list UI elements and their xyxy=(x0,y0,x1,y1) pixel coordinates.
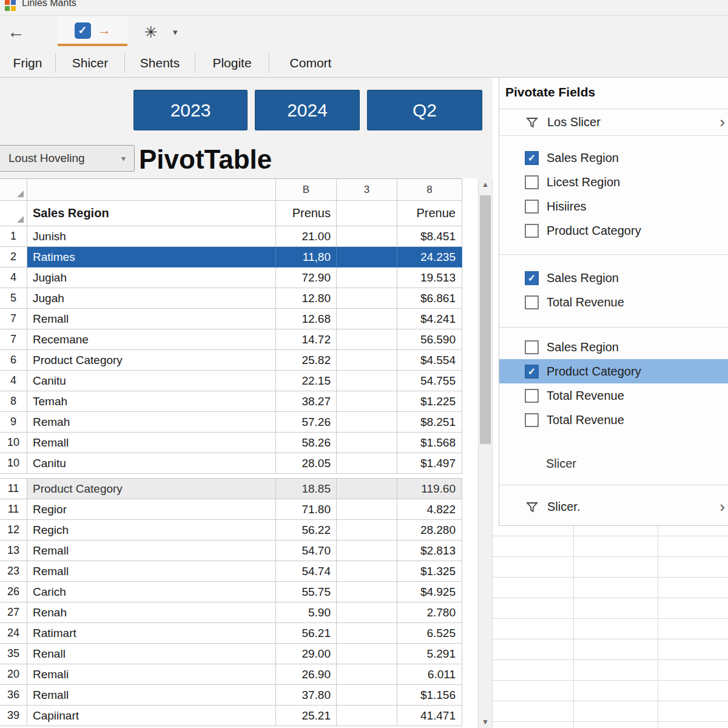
prenue-value-cell[interactable]: 6.525 xyxy=(397,623,462,644)
region-cell[interactable]: Remall xyxy=(27,309,276,329)
prenue-value-cell[interactable]: $1.156 xyxy=(397,685,462,706)
scroll-up-icon[interactable]: ▲ xyxy=(479,180,492,189)
table-row[interactable]: 10 Remall 58.26 $1.568 xyxy=(0,433,462,453)
region-cell[interactable]: Canitu xyxy=(27,371,276,391)
active-tool-button[interactable]: ✓ → xyxy=(58,17,127,46)
checkbox[interactable] xyxy=(525,224,539,238)
table-row[interactable]: 8 Temah 38.27 $1.225 xyxy=(0,391,462,412)
region-cell[interactable]: Recemane xyxy=(27,329,276,350)
prenus-value-cell[interactable]: 56.22 xyxy=(276,520,337,541)
prenus-value-cell[interactable]: 12.80 xyxy=(276,288,337,309)
region-cell[interactable]: Capiinart xyxy=(27,706,276,726)
prenus-value-cell[interactable]: 28.05 xyxy=(276,453,337,474)
row-number-cell[interactable]: 36 xyxy=(0,685,27,706)
empty-header-cell[interactable] xyxy=(337,201,397,226)
prenus-value-cell[interactable]: 58.26 xyxy=(276,433,337,453)
region-cell[interactable]: Regior xyxy=(27,499,276,520)
field-checkbox-item[interactable]: Product Category xyxy=(499,218,728,243)
prenus-value-cell[interactable]: 37.80 xyxy=(276,685,337,706)
prenue-value-cell[interactable]: 41.471 xyxy=(397,706,462,726)
prenue-header[interactable]: Prenue xyxy=(397,201,462,226)
menu-item-comort[interactable]: Comort xyxy=(269,53,352,73)
empty-cell[interactable] xyxy=(337,226,397,247)
row-number-cell[interactable]: 10 xyxy=(0,433,27,453)
slicer-button-q2[interactable]: Q2 xyxy=(367,90,482,130)
table-row[interactable]: 11 Product Category 18.85 119.60 xyxy=(0,479,462,499)
row-number-cell[interactable]: 11 xyxy=(0,479,27,499)
scrollbar-thumb[interactable] xyxy=(480,195,491,444)
checkbox[interactable]: ✓ xyxy=(525,365,539,379)
prenue-value-cell[interactable]: $8.251 xyxy=(397,412,462,433)
field-checkbox-item[interactable]: ✓ Sales Region xyxy=(499,146,728,170)
table-row[interactable]: 5 Jugah 12.80 $6.861 xyxy=(0,288,462,309)
menu-item-frign[interactable]: Frign xyxy=(0,53,56,73)
prenue-value-cell[interactable]: $2.813 xyxy=(397,541,462,561)
row-number-cell[interactable]: 12 xyxy=(0,520,27,541)
field-checkbox-item[interactable]: ✓ Sales Region xyxy=(499,266,728,290)
table-row[interactable]: 4 Jugiah 72.90 19.513 xyxy=(0,268,462,288)
prenue-value-cell[interactable]: $1.325 xyxy=(397,561,462,582)
prenus-value-cell[interactable]: 11,80 xyxy=(276,247,337,268)
prenus-value-cell[interactable]: 56.21 xyxy=(276,623,337,644)
row-number-cell[interactable]: 11 xyxy=(0,499,27,520)
prenus-value-cell[interactable]: 72.90 xyxy=(276,268,337,288)
prenus-value-cell[interactable]: 5.90 xyxy=(276,602,337,623)
empty-cell[interactable] xyxy=(337,664,397,685)
table-row[interactable]: 36 Remall 37.80 $1.156 xyxy=(0,685,462,706)
table-row[interactable]: 26 Carich 55.75 $4.925 xyxy=(0,582,462,602)
row-number-cell[interactable]: 4 xyxy=(0,268,27,288)
prenus-value-cell[interactable]: 57.26 xyxy=(276,412,337,433)
table-row[interactable]: 11 Regior 71.80 4.822 xyxy=(0,499,462,520)
row-number-cell[interactable]: 7 xyxy=(0,329,27,350)
prenue-value-cell[interactable]: 119.60 xyxy=(397,479,462,499)
checkbox[interactable] xyxy=(525,200,539,214)
chevron-right-icon[interactable]: › xyxy=(720,497,725,516)
row-number-cell[interactable]: 24 xyxy=(0,623,27,644)
field-checkbox-item[interactable]: Sales Region xyxy=(499,335,728,359)
prenue-value-cell[interactable]: 56.590 xyxy=(397,329,462,350)
empty-cell[interactable] xyxy=(337,453,397,474)
table-row[interactable]: 4 Canitu 22.15 54.755 xyxy=(0,371,462,391)
prenue-value-cell[interactable]: $4.925 xyxy=(397,582,462,602)
menu-item-shents[interactable]: Shents xyxy=(125,53,195,73)
table-row[interactable]: 9 Remah 57.26 $8.251 xyxy=(0,412,462,433)
prenus-value-cell[interactable]: 38.27 xyxy=(276,391,337,412)
region-cell[interactable]: Ratimes xyxy=(27,247,276,268)
checkbox[interactable] xyxy=(525,413,539,427)
column-header[interactable] xyxy=(27,179,276,201)
table-row[interactable]: 2 Ratimes 11,80 24.235 xyxy=(0,247,462,268)
table-row[interactable]: 10 Canitu 28.05 $1.497 xyxy=(0,453,462,474)
row-number-cell[interactable]: 27 xyxy=(0,602,27,623)
region-cell[interactable]: Renall xyxy=(27,644,276,664)
checkbox[interactable]: ✓ xyxy=(525,151,539,165)
empty-cell[interactable] xyxy=(337,706,397,726)
region-cell[interactable]: Jugah xyxy=(27,288,276,309)
row-number-cell[interactable]: 6 xyxy=(0,350,27,371)
prenus-value-cell[interactable]: 29.00 xyxy=(276,644,337,664)
table-row[interactable]: 39 Capiinart 25.21 41.471 xyxy=(0,706,462,726)
table-row[interactable]: 27 Renah 5.90 2.780 xyxy=(0,602,462,623)
region-cell[interactable]: Remall xyxy=(27,561,276,582)
los-slicer-row[interactable]: Los Slicer › xyxy=(499,109,728,136)
prenue-value-cell[interactable]: $6.861 xyxy=(397,288,462,309)
row-number-cell[interactable]: 26 xyxy=(0,582,27,602)
region-cell[interactable]: Remali xyxy=(27,664,276,685)
prenue-value-cell[interactable]: 54.755 xyxy=(397,371,462,391)
prenus-value-cell[interactable]: 25.82 xyxy=(276,350,337,371)
caret-down-icon[interactable]: ▾ xyxy=(173,27,178,38)
row-number-cell[interactable]: 39 xyxy=(0,706,27,726)
region-cell[interactable]: Ratimart xyxy=(27,623,276,644)
row-number-cell[interactable]: 1 xyxy=(0,226,27,247)
empty-cell[interactable] xyxy=(337,582,397,602)
prenue-value-cell[interactable]: 6.011 xyxy=(397,664,462,685)
select-all-cell[interactable] xyxy=(0,179,27,201)
prenue-value-cell[interactable]: 4.822 xyxy=(397,499,462,520)
empty-cell[interactable] xyxy=(337,520,397,541)
row-number-cell[interactable]: 20 xyxy=(0,664,27,685)
empty-cell[interactable] xyxy=(337,499,397,520)
prenus-value-cell[interactable]: 54.70 xyxy=(276,541,337,561)
prenue-value-cell[interactable]: $4.241 xyxy=(397,309,462,329)
menu-item-plogite[interactable]: Plogite xyxy=(195,53,269,73)
prenue-value-cell[interactable]: 19.513 xyxy=(397,268,462,288)
empty-cell[interactable] xyxy=(337,329,397,350)
